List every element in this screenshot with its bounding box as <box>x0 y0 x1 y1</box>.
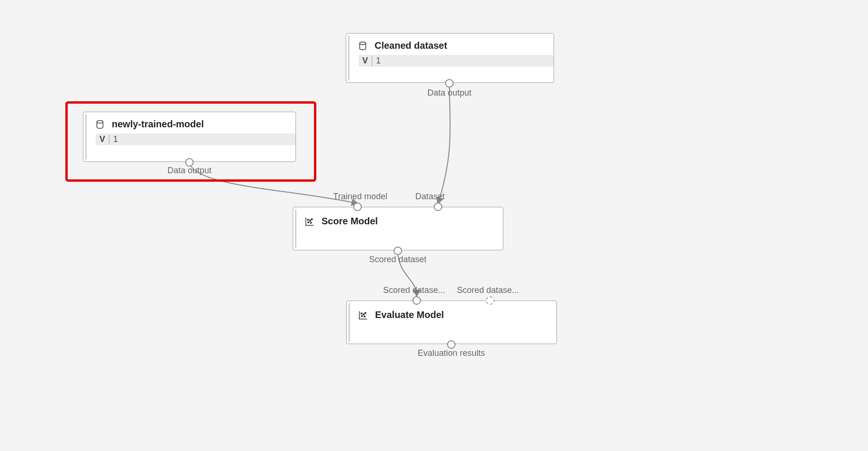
svg-point-5 <box>307 219 309 220</box>
version-badge: V 1 <box>96 133 295 145</box>
port-label-score-model-dataset: Dataset <box>415 192 445 202</box>
port-newly-trained-model-output[interactable] <box>185 158 194 167</box>
svg-point-0 <box>360 42 366 44</box>
node-title: Score Model <box>322 216 378 227</box>
svg-point-10 <box>361 312 362 314</box>
node-title: Cleaned dataset <box>375 40 447 51</box>
port-label-evaluate-left: Scored datase... <box>383 285 445 295</box>
node-title: newly-trained-model <box>112 119 204 130</box>
node-header: newly-trained-model <box>83 112 295 133</box>
port-label-evaluate-right: Scored datase... <box>457 285 519 295</box>
node-header: Cleaned dataset <box>346 34 554 55</box>
svg-point-4 <box>311 219 313 220</box>
port-evaluate-model-input-right[interactable] <box>486 296 494 305</box>
svg-point-11 <box>364 316 365 317</box>
version-number: 1 <box>113 134 118 144</box>
port-cleaned-dataset-output[interactable] <box>445 79 454 88</box>
port-score-model-input-trained[interactable] <box>353 203 362 211</box>
node-accent-bar <box>295 209 296 248</box>
port-label-evaluate-output: Evaluation results <box>418 348 485 358</box>
port-evaluate-model-output[interactable] <box>447 340 456 349</box>
node-accent-bar <box>348 35 349 80</box>
node-header: Score Model <box>293 207 503 230</box>
node-cleaned-dataset[interactable]: Cleaned dataset V 1 <box>346 33 554 83</box>
node-accent-bar <box>85 114 87 159</box>
database-icon <box>95 119 105 130</box>
port-label-newly-trained-model-output: Data output <box>167 166 211 176</box>
port-label-cleaned-dataset-output: Data output <box>427 88 471 98</box>
version-number: 1 <box>376 56 381 66</box>
port-evaluate-model-input-left[interactable] <box>412 296 421 305</box>
database-icon <box>358 41 368 51</box>
pipeline-canvas[interactable]: Cleaned dataset V 1 Data output newly-tr… <box>0 0 868 451</box>
node-title: Evaluate Model <box>375 310 444 320</box>
port-score-model-input-dataset[interactable] <box>434 203 442 211</box>
scatter-icon <box>358 310 368 320</box>
version-prefix: V <box>362 56 372 66</box>
svg-point-1 <box>97 120 103 123</box>
svg-point-7 <box>361 315 363 317</box>
svg-point-6 <box>310 222 312 223</box>
port-score-model-output[interactable] <box>394 247 402 255</box>
svg-point-9 <box>365 312 366 314</box>
node-newly-trained-model[interactable]: newly-trained-model V 1 <box>83 112 296 162</box>
svg-point-3 <box>310 220 311 221</box>
svg-point-2 <box>308 221 309 223</box>
node-score-model[interactable]: Score Model <box>293 207 503 250</box>
version-prefix: V <box>99 134 109 144</box>
node-header: Evaluate Model <box>347 301 556 324</box>
node-evaluate-model[interactable]: Evaluate Model <box>346 301 557 344</box>
port-label-score-model-trained: Trained model <box>333 192 387 202</box>
svg-point-8 <box>363 313 365 315</box>
version-badge: V 1 <box>358 55 554 67</box>
node-accent-bar <box>349 303 350 342</box>
port-label-score-model-output: Scored dataset <box>369 255 426 265</box>
scatter-icon <box>304 216 315 227</box>
